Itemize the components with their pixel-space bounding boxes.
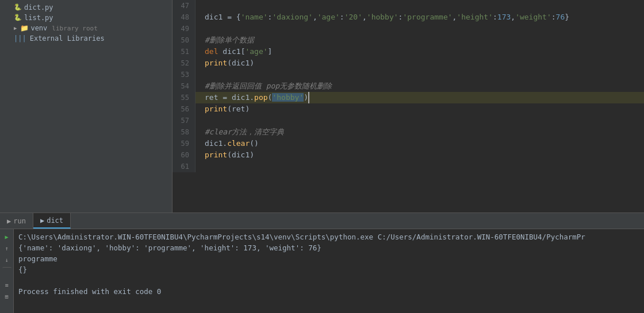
line-content-48: dic1 = {'name':'daxiong','age':'20','hob… <box>195 11 644 23</box>
line-52: 52 print(dic1) <box>172 57 644 69</box>
console-output[interactable]: C:\Users\Administrator.WIN-60TFE0NIBU4\P… <box>14 229 644 313</box>
console-output-line-4 <box>18 275 639 286</box>
bottom-tabs: ▶ run ▶ dict <box>0 213 644 229</box>
python-file-icon-2: 🐍 <box>14 14 22 22</box>
sidebar-item-list-py[interactable]: 🐍 list.py <box>0 13 172 23</box>
line-content-56: print(ret) <box>195 103 644 115</box>
line-num-48: 48 <box>172 11 195 23</box>
line-num-56: 56 <box>172 103 195 115</box>
tab-dict-label: dict <box>47 217 63 225</box>
scroll-down-button[interactable]: ↓ <box>2 254 12 265</box>
line-51: 51 del dic1['age'] <box>172 46 644 57</box>
line-content-57 <box>195 115 644 126</box>
scroll-up-button[interactable]: ↑ <box>2 243 12 253</box>
line-53: 53 <box>172 69 644 80</box>
line-48: 48 dic1 = {'name':'daxiong','age':'20','… <box>172 11 644 23</box>
line-num-60: 60 <box>172 149 195 161</box>
line-content-53 <box>195 69 644 80</box>
line-content-50: #删除单个数据 <box>195 34 644 46</box>
line-content-61 <box>195 161 644 172</box>
line-49: 49 <box>172 23 644 34</box>
line-content-51: del dic1['age'] <box>195 46 644 57</box>
bottom-content: ▶ ↑ ↓ ≡ ⊞ C:\Users\Administrator.WIN-60T… <box>0 229 644 313</box>
sidebar-item-venv[interactable]: ▶ 📁 venv library root <box>0 23 172 33</box>
line-47: 47 <box>172 0 644 11</box>
controls-separator <box>2 267 12 277</box>
line-content-52: print(dic1) <box>195 57 644 69</box>
tab-dict[interactable]: ▶ dict <box>33 213 71 229</box>
chevron-right-icon: ▶ <box>14 25 17 31</box>
line-num-57: 57 <box>172 115 195 126</box>
dict-icon: ▶ <box>40 217 44 225</box>
line-58: 58 #clear方法，清空字典 <box>172 126 644 138</box>
line-num-54: 54 <box>172 80 195 92</box>
sidebar-item-external-libs[interactable]: ||| External Libraries <box>0 33 172 44</box>
console-path-line: C:\Users\Administrator.WIN-60TFE0NIBU4\P… <box>18 231 639 242</box>
tab-run[interactable]: ▶ run <box>0 213 33 229</box>
run-icon: ▶ <box>7 217 11 225</box>
line-content-54: #删除并返回回值 pop无参数随机删除 <box>195 80 644 92</box>
python-file-icon: 🐍 <box>14 3 22 11</box>
line-content-60: print(dic1) <box>195 149 644 161</box>
line-num-53: 53 <box>172 69 195 80</box>
sidebar-label-dict-py: dict.py <box>24 3 53 11</box>
line-num-61: 61 <box>172 161 195 172</box>
line-num-52: 52 <box>172 57 195 69</box>
venv-tag: library root <box>52 25 97 32</box>
line-56: 56 print(ret) <box>172 103 644 115</box>
line-num-58: 58 <box>172 126 195 138</box>
line-num-55: 55 <box>172 92 195 103</box>
main-area: 🐍 dict.py 🐍 list.py ▶ 📁 venv library roo… <box>0 0 644 212</box>
code-editor[interactable]: 47 48 dic1 = {'name':'daxiong','age':'20… <box>172 0 644 212</box>
line-50: 50 #删除单个数据 <box>172 34 644 46</box>
line-59: 59 dic1.clear() <box>172 138 644 149</box>
tab-run-label: run <box>13 217 26 225</box>
bottom-panel: ▶ run ▶ dict ▶ ↑ ↓ ≡ ⊞ C:\Users\Administ… <box>0 212 644 313</box>
line-54: 54 #删除并返回回值 pop无参数随机删除 <box>172 80 644 92</box>
line-num-51: 51 <box>172 46 195 57</box>
run-controls: ▶ ↑ ↓ ≡ ⊞ <box>0 229 14 313</box>
line-55: 55 ret = dic1.pop('hobby')| <box>172 92 644 103</box>
sidebar-label-venv: venv <box>30 24 47 32</box>
line-content-47 <box>195 0 644 11</box>
console-output-line-2: programme <box>18 253 639 264</box>
play-button[interactable]: ▶ <box>2 231 12 242</box>
line-num-50: 50 <box>172 34 195 46</box>
sidebar-label-external-libs: External Libraries <box>30 34 105 42</box>
sidebar: 🐍 dict.py 🐍 list.py ▶ 📁 venv library roo… <box>0 0 172 212</box>
library-icon: ||| <box>14 34 26 42</box>
line-num-47: 47 <box>172 0 195 11</box>
line-content-55: ret = dic1.pop('hobby')| <box>195 92 644 103</box>
sidebar-item-dict-py[interactable]: 🐍 dict.py <box>0 2 172 13</box>
filter-button[interactable]: ⊞ <box>2 291 12 302</box>
console-output-line-3: {} <box>18 264 639 275</box>
line-60: 60 print(dic1) <box>172 149 644 161</box>
line-num-49: 49 <box>172 23 195 34</box>
line-57: 57 <box>172 115 644 126</box>
folder-icon: 📁 <box>20 24 28 32</box>
line-content-49 <box>195 23 644 34</box>
sidebar-label-list-py: list.py <box>24 14 53 22</box>
line-61: 61 <box>172 161 644 172</box>
console-process-line: Process finished with exit code 0 <box>18 286 639 297</box>
line-content-59: dic1.clear() <box>195 138 644 149</box>
settings-button[interactable]: ≡ <box>2 280 12 290</box>
line-num-59: 59 <box>172 138 195 149</box>
console-output-line-1: {'name': 'daxiong', 'hobby': 'programme'… <box>18 242 639 253</box>
code-lines: 47 48 dic1 = {'name':'daxiong','age':'20… <box>172 0 644 172</box>
line-content-58: #clear方法，清空字典 <box>195 126 644 138</box>
